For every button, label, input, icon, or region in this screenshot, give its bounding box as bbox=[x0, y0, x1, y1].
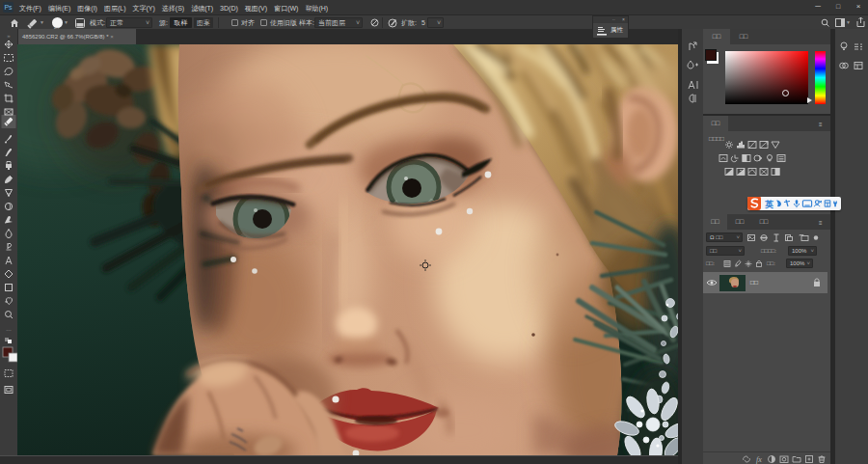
svg-text:fx: fx bbox=[756, 455, 762, 464]
svg-text:英: 英 bbox=[764, 200, 773, 209]
svg-text:…: … bbox=[6, 326, 12, 332]
